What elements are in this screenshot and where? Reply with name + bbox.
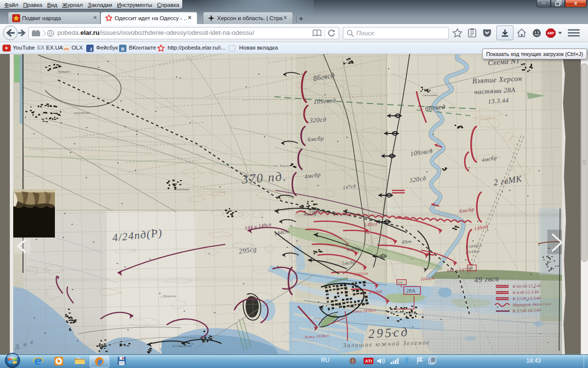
svg-text:f: f (90, 46, 92, 52)
svg-text:ATI: ATI (365, 359, 372, 364)
svg-text:olx: olx (64, 47, 69, 51)
svg-text:ABP: ABP (547, 31, 555, 35)
svg-text:В: В (121, 47, 124, 52)
